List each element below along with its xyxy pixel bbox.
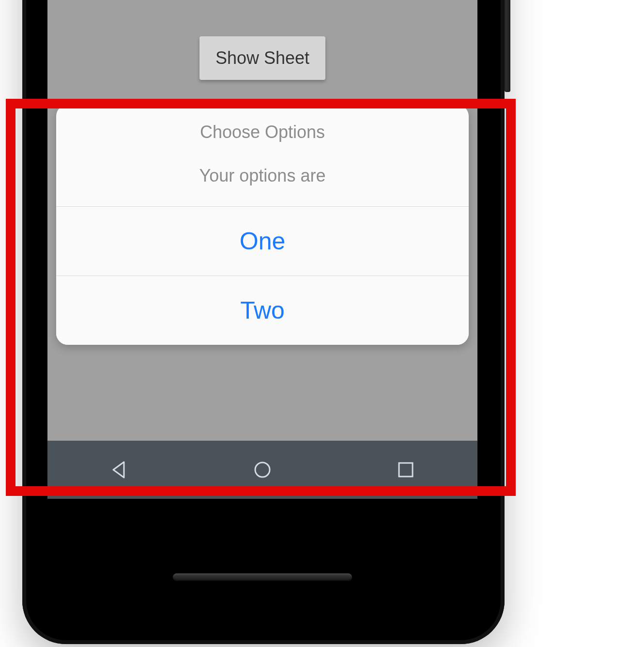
home-circle-icon[interactable] (253, 460, 272, 479)
svg-rect-1 (399, 463, 413, 477)
action-sheet-option-one[interactable]: One (56, 206, 469, 276)
action-sheet-subtitle: Your options are (66, 166, 459, 186)
phone-screen: Show Sheet Choose Options Your options a… (47, 0, 477, 499)
svg-point-0 (255, 462, 270, 477)
show-sheet-button[interactable]: Show Sheet (199, 36, 325, 80)
back-triangle-icon[interactable] (109, 460, 129, 479)
action-sheet-title: Choose Options (66, 122, 459, 142)
show-sheet-label: Show Sheet (215, 48, 309, 68)
recent-square-icon[interactable] (396, 460, 415, 479)
action-sheet-option-two[interactable]: Two (56, 276, 469, 345)
action-sheet: Choose Options Your options are One Two (56, 105, 469, 345)
action-sheet-header: Choose Options Your options are (56, 105, 469, 206)
app-overlay: Show Sheet Choose Options Your options a… (47, 0, 477, 499)
phone-speaker (173, 573, 352, 581)
android-navbar (47, 441, 477, 499)
phone-side-button (505, 0, 510, 92)
